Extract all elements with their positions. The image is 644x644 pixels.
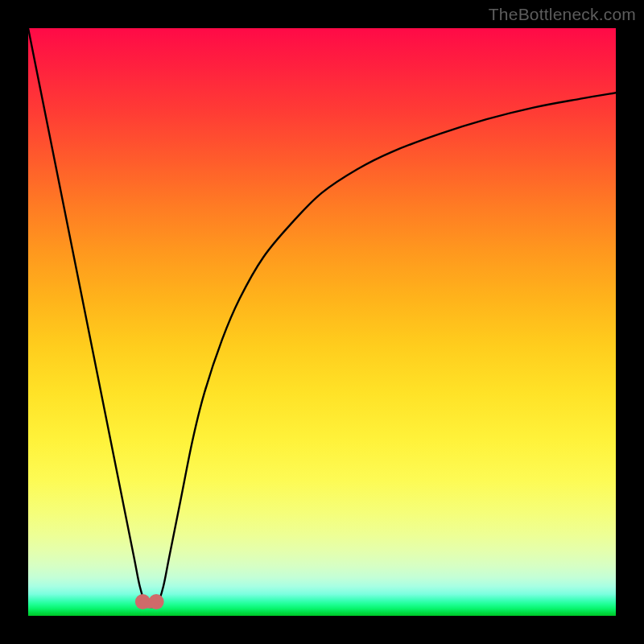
curve-svg — [28, 28, 616, 616]
plot-area — [28, 28, 616, 616]
chart-stage: TheBottleneck.com — [0, 0, 644, 644]
watermark-text: TheBottleneck.com — [489, 5, 636, 24]
min-marker-bridge — [142, 601, 156, 605]
bottleneck-curve — [28, 28, 616, 607]
